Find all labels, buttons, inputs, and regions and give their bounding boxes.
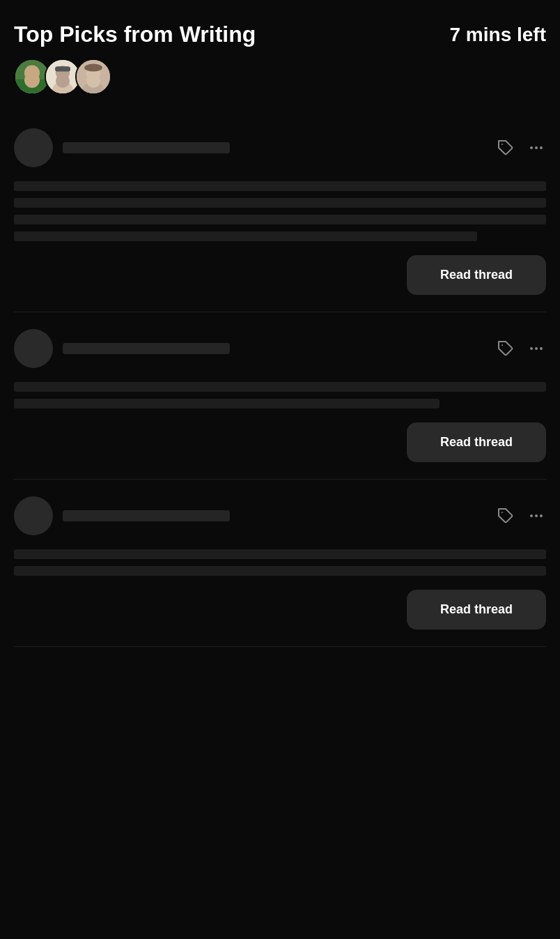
avatar-3[interactable] — [75, 59, 111, 95]
thread-actions-1 — [496, 138, 546, 158]
time-left-label: 7 mins left — [450, 21, 546, 46]
thread-header-3 — [14, 496, 546, 535]
content-skeleton-1a — [14, 181, 546, 191]
page-header: Top Picks from Writing 7 mins left — [14, 21, 546, 47]
svg-point-13 — [530, 146, 533, 149]
thread-avatar-1 — [14, 128, 53, 167]
content-skeleton-3a — [14, 549, 546, 559]
avatars-row — [14, 59, 546, 95]
svg-point-11 — [84, 64, 102, 72]
thread-card-3: Read thread — [14, 480, 546, 647]
thread-card-2: Read thread — [14, 312, 546, 480]
tag-icon-3[interactable] — [496, 506, 515, 526]
thread-author-3 — [14, 496, 496, 535]
svg-point-23 — [540, 514, 543, 517]
thread-avatar-3 — [14, 496, 53, 535]
svg-rect-7 — [55, 67, 70, 72]
author-name-placeholder-3 — [63, 510, 230, 521]
tag-icon-1[interactable] — [496, 138, 515, 158]
more-menu-icon-2[interactable] — [527, 339, 546, 358]
thread-header-1 — [14, 128, 546, 167]
content-skeleton-1b — [14, 198, 546, 208]
svg-point-18 — [535, 347, 538, 350]
author-name-placeholder-1 — [63, 142, 230, 153]
thread-avatar-2 — [14, 329, 53, 368]
content-skeleton-1d — [14, 231, 477, 241]
read-thread-button-2[interactable]: Read thread — [407, 422, 546, 462]
content-skeleton-1c — [14, 215, 546, 224]
thread-content-3 — [14, 549, 546, 576]
svg-point-22 — [535, 514, 538, 517]
content-skeleton-3b — [14, 566, 546, 576]
content-skeleton-2a — [14, 382, 546, 392]
read-thread-button-3[interactable]: Read thread — [407, 590, 546, 629]
author-name-placeholder-2 — [63, 343, 230, 354]
thread-content-2 — [14, 382, 546, 409]
svg-point-19 — [540, 347, 543, 350]
tag-icon-2[interactable] — [496, 339, 515, 358]
thread-header-2 — [14, 329, 546, 368]
thread-card-1: Read thread — [14, 112, 546, 312]
thread-actions-2 — [496, 339, 546, 358]
more-menu-icon-1[interactable] — [527, 138, 546, 158]
svg-point-17 — [530, 347, 533, 350]
content-skeleton-2b — [14, 399, 440, 409]
svg-point-15 — [540, 146, 543, 149]
read-thread-button-1[interactable]: Read thread — [407, 255, 546, 295]
thread-author-1 — [14, 128, 496, 167]
thread-content-1 — [14, 181, 546, 241]
thread-actions-3 — [496, 506, 546, 526]
more-menu-icon-3[interactable] — [527, 506, 546, 526]
svg-rect-3 — [15, 79, 49, 93]
svg-point-14 — [535, 146, 538, 149]
thread-author-2 — [14, 329, 496, 368]
page-container: Top Picks from Writing 7 mins left — [0, 0, 560, 675]
svg-point-21 — [530, 514, 533, 517]
svg-point-1 — [24, 66, 40, 81]
page-title: Top Picks from Writing — [14, 21, 256, 47]
